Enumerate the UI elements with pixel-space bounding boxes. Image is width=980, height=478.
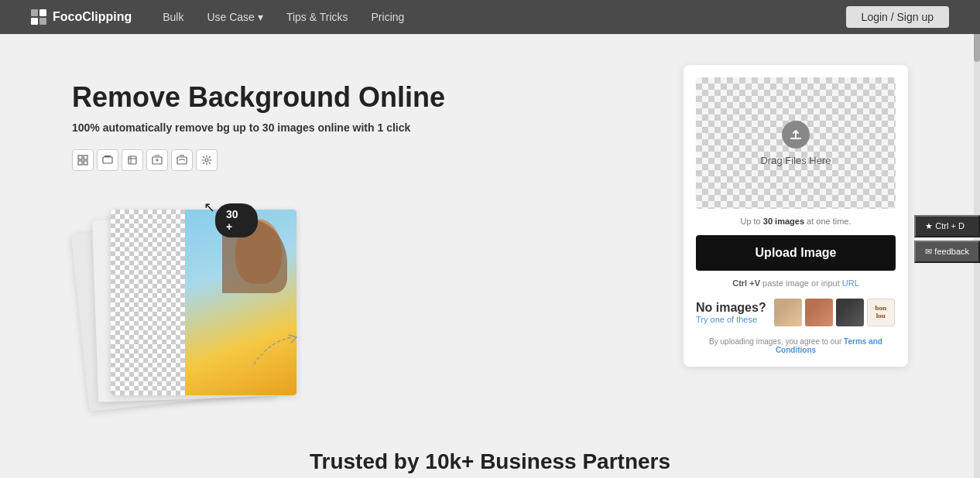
nav-tips-tricks[interactable]: Tips & Tricks	[286, 11, 348, 23]
right-section: Drag Files Here Up to 30 images at one t…	[684, 65, 908, 403]
sample-thumb-4[interactable]: bonlou	[867, 299, 895, 326]
upload-icon	[782, 121, 810, 149]
trusted-title: Trusted by 10k+ Business Partners	[15, 449, 965, 474]
sample-thumb-2[interactable]	[805, 299, 833, 326]
sample-thumb-3[interactable]	[836, 299, 864, 326]
svg-rect-14	[790, 138, 801, 139]
settings-icon[interactable]	[196, 149, 218, 171]
try-these-link[interactable]: Try one of these	[696, 315, 766, 324]
subtitle-suffix: online with 1 click	[315, 121, 411, 134]
nav-use-case[interactable]: Use Case ▾	[207, 11, 262, 23]
page-title: Remove Background Online	[72, 80, 653, 114]
subtitle-prefix: 100% automatically remove bg up to	[72, 121, 262, 134]
image-stack: ↖ 30 +	[72, 186, 320, 403]
toolbar-icon-4[interactable]	[146, 149, 168, 171]
nav-links: Bulk Use Case ▾ Tips & Tricks Pricing	[163, 11, 845, 23]
no-images-section: No images? Try one of these bonlou	[696, 299, 896, 326]
upload-panel: Drag Files Here Up to 30 images at one t…	[684, 65, 908, 367]
logo-text: FocoClipping	[53, 10, 132, 24]
paste-hint: Ctrl +V paste image or input URL	[696, 278, 896, 288]
feedback-button[interactable]: ✉ feedback	[914, 241, 980, 263]
ctrl-d-button[interactable]: ★ Ctrl + D	[914, 215, 980, 237]
subtitle-highlight: 30 images	[262, 121, 315, 134]
sample-thumbs: bonlou	[774, 299, 895, 326]
terms-text: By uploading images, you agree to our Te…	[696, 337, 896, 354]
toolbar	[72, 149, 653, 171]
badge-30: 30 +	[215, 203, 258, 237]
toolbar-icon-1[interactable]	[72, 149, 94, 171]
floating-buttons: ★ Ctrl + D ✉ feedback	[914, 215, 980, 263]
svg-rect-4	[103, 157, 112, 163]
svg-rect-1	[84, 155, 87, 159]
login-button[interactable]: Login / Sign up	[846, 6, 949, 28]
logo-icon	[31, 9, 46, 25]
toolbar-icon-2[interactable]	[97, 149, 118, 171]
svg-point-13	[205, 159, 208, 162]
nav-pricing[interactable]: Pricing	[372, 11, 405, 23]
drop-zone-content: Drag Files Here	[760, 121, 831, 166]
left-section: Remove Background Online 100% automatica…	[72, 65, 653, 403]
drop-zone[interactable]: Drag Files Here	[696, 77, 896, 209]
main-content: Remove Background Online 100% automatica…	[26, 34, 954, 434]
sample-thumb-1[interactable]	[774, 299, 802, 326]
svg-rect-3	[84, 161, 87, 165]
toolbar-icon-3[interactable]	[122, 149, 143, 171]
cursor-icon: ↖	[204, 199, 215, 216]
page-subtitle: 100% automatically remove bg up to 30 im…	[72, 121, 653, 134]
nav-bulk[interactable]: Bulk	[163, 11, 183, 23]
curved-arrow	[246, 326, 308, 372]
drag-text: Drag Files Here	[760, 155, 831, 166]
svg-rect-5	[105, 155, 111, 157]
logo[interactable]: FocoClipping	[31, 9, 132, 25]
svg-rect-12	[177, 157, 187, 164]
url-link[interactable]: URL	[842, 278, 859, 288]
chevron-down-icon: ▾	[258, 11, 263, 23]
trusted-section: Trusted by 10k+ Business Partners Best c…	[0, 434, 980, 478]
navbar: FocoClipping Bulk Use Case ▾ Tips & Tric…	[0, 0, 980, 34]
nav-right: Login / Sign up	[846, 6, 949, 28]
svg-rect-0	[78, 155, 82, 159]
no-images-text: No images? Try one of these	[696, 301, 766, 324]
images-limit: Up to 30 images at one time.	[696, 217, 896, 226]
svg-rect-6	[128, 156, 136, 164]
toolbar-icon-5[interactable]	[171, 149, 193, 171]
upload-button[interactable]: Upload Image	[696, 235, 896, 271]
svg-rect-2	[78, 161, 82, 165]
